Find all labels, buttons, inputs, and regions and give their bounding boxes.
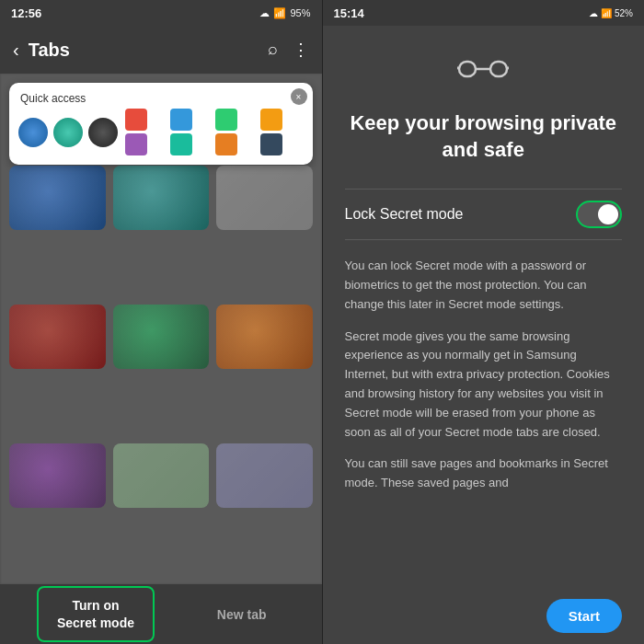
- qa-site[interactable]: [215, 133, 237, 155]
- start-button[interactable]: Start: [546, 599, 622, 633]
- svg-line-3: [457, 67, 459, 69]
- qa-site[interactable]: [170, 109, 192, 131]
- right-status-icons: ☁ 📶 52%: [589, 8, 633, 18]
- quick-access-close-button[interactable]: ×: [291, 88, 307, 105]
- tab-thumbnail[interactable]: [216, 166, 313, 230]
- quick-access-label: Quick access: [20, 92, 86, 105]
- privacy-title: Keep your browsing private and safe: [345, 110, 623, 163]
- lock-secret-mode-row: Lock Secret mode: [345, 189, 623, 240]
- left-status-icons: ☁ 📶 95%: [259, 7, 310, 19]
- tab-thumbnail[interactable]: [9, 166, 106, 230]
- status-bar-left: 12:56 ☁ 📶 95%: [0, 0, 322, 26]
- tab-thumbnail[interactable]: [9, 443, 106, 508]
- description-text: You can lock Secret mode with a password…: [345, 257, 623, 506]
- qa-site[interactable]: [170, 133, 192, 155]
- svg-rect-1: [490, 62, 507, 76]
- battery-icon: 95%: [290, 7, 310, 18]
- tab-thumbnail[interactable]: [216, 305, 313, 369]
- turn-on-secret-mode-button[interactable]: Turn onSecret mode: [37, 586, 155, 641]
- bottom-bar: Turn onSecret mode New tab: [0, 584, 322, 644]
- lock-secret-mode-toggle[interactable]: [576, 201, 622, 228]
- quick-access-card[interactable]: Quick access ×: [9, 83, 313, 165]
- new-tab-button[interactable]: New tab: [199, 598, 285, 631]
- qa-thumb-1[interactable]: [18, 118, 48, 147]
- more-icon[interactable]: ⋮: [293, 40, 309, 60]
- right-wifi-icon: ☁: [589, 8, 598, 18]
- search-icon[interactable]: ⌕: [268, 40, 278, 60]
- left-time: 12:56: [11, 6, 41, 20]
- top-bar: ‹ Tabs ⌕ ⋮: [0, 26, 322, 74]
- right-panel: 15:14 ☁ 📶 52% Keep your browsing private…: [323, 0, 645, 644]
- description-paragraph-2: Secret mode gives you the same browsing …: [345, 328, 623, 443]
- left-panel: 12:56 ☁ 📶 95% ‹ Tabs ⌕ ⋮: [0, 0, 322, 644]
- qa-site[interactable]: [260, 109, 282, 131]
- right-content: Keep your browsing private and safe Lock…: [323, 26, 645, 588]
- qa-thumb-3[interactable]: [88, 118, 118, 147]
- qa-site[interactable]: [215, 109, 237, 131]
- qa-site-grid: [125, 109, 304, 155]
- quick-access-thumbs: [18, 118, 118, 147]
- tab-thumbnail[interactable]: [113, 305, 210, 369]
- right-signal-icon: 📶: [601, 8, 612, 18]
- tabs-content-area: Quick access ×: [0, 74, 322, 584]
- tab-thumbnail[interactable]: [113, 166, 210, 230]
- top-action-icons: ⌕ ⋮: [268, 40, 309, 60]
- tab-thumbnail[interactable]: [9, 305, 106, 369]
- tab-thumbnail[interactable]: [113, 443, 210, 508]
- toggle-knob: [598, 204, 618, 224]
- page-title: Tabs: [29, 40, 268, 61]
- description-paragraph-1: You can lock Secret mode with a password…: [345, 257, 623, 314]
- close-icon: ×: [296, 92, 302, 102]
- qa-site[interactable]: [125, 109, 147, 131]
- tab-thumbnail[interactable]: [216, 443, 313, 508]
- svg-line-4: [507, 67, 509, 69]
- right-battery-icon: 52%: [615, 8, 633, 18]
- secret-mode-label: Turn onSecret mode: [57, 598, 134, 629]
- qa-site[interactable]: [125, 133, 147, 155]
- svg-rect-0: [459, 62, 476, 76]
- status-bar-right: 15:14 ☁ 📶 52%: [323, 0, 645, 26]
- wifi-icon: ☁: [259, 7, 270, 19]
- qa-site[interactable]: [260, 133, 282, 155]
- right-bottom-bar: Start: [323, 588, 645, 644]
- right-time: 15:14: [334, 6, 364, 20]
- signal-icon: 📶: [273, 7, 286, 19]
- description-paragraph-3: You can still save pages and bookmarks i…: [345, 454, 623, 493]
- lock-secret-mode-label: Lock Secret mode: [345, 206, 464, 223]
- back-button[interactable]: ‹: [13, 40, 19, 61]
- privacy-icon: [345, 53, 623, 92]
- qa-thumb-2[interactable]: [53, 118, 83, 147]
